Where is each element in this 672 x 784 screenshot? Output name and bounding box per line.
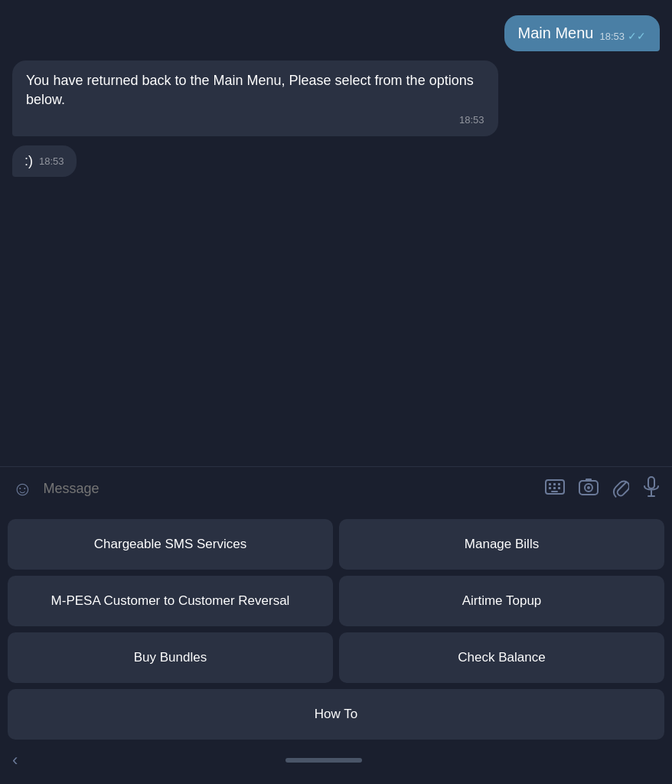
- btn-chargeable-sms[interactable]: Chargeable SMS Services: [8, 519, 333, 570]
- incoming-text-2: :): [24, 153, 33, 169]
- btn-mpesa-reversal[interactable]: M-PESA Customer to Customer Reversal: [8, 576, 333, 626]
- input-action-icons: [545, 476, 660, 502]
- svg-rect-6: [558, 487, 560, 489]
- btn-buy-bundles[interactable]: Buy Bundles: [8, 632, 333, 683]
- incoming-text-1: You have returned back to the Main Menu,…: [26, 71, 484, 109]
- svg-rect-4: [549, 487, 551, 489]
- input-bar: ☺: [0, 466, 672, 511]
- svg-rect-11: [586, 479, 592, 482]
- btn-check-balance[interactable]: Check Balance: [339, 632, 664, 683]
- quick-replies-grid: Chargeable SMS Services Manage Bills M-P…: [0, 511, 672, 740]
- microphone-icon[interactable]: [643, 476, 660, 502]
- outgoing-bubble: Main Menu 18:53 ✓✓: [504, 15, 660, 51]
- back-button[interactable]: ‹: [12, 750, 18, 770]
- outgoing-message: Main Menu 18:53 ✓✓: [12, 15, 660, 51]
- bottom-nav: ‹: [0, 740, 672, 784]
- home-indicator: [285, 758, 362, 763]
- camera-icon[interactable]: [579, 478, 599, 501]
- svg-rect-1: [549, 483, 551, 485]
- emoji-icon[interactable]: ☺: [12, 477, 33, 501]
- svg-rect-3: [558, 483, 560, 485]
- incoming-meta-1: 18:53: [459, 114, 484, 126]
- incoming-bubble-1: You have returned back to the Main Menu,…: [12, 60, 498, 136]
- read-receipt-icon: ✓✓: [628, 30, 646, 42]
- incoming-meta-2: 18:53: [39, 155, 64, 167]
- svg-rect-12: [648, 477, 654, 488]
- chat-area: Main Menu 18:53 ✓✓ You have returned bac…: [0, 0, 672, 466]
- message-input[interactable]: [44, 481, 534, 497]
- attachment-icon[interactable]: [612, 476, 629, 502]
- outgoing-text: Main Menu: [518, 24, 594, 42]
- svg-point-10: [587, 486, 590, 489]
- btn-manage-bills[interactable]: Manage Bills: [339, 519, 664, 570]
- incoming-message-2: :) 18:53: [12, 145, 660, 177]
- svg-rect-2: [553, 483, 556, 485]
- btn-how-to[interactable]: How To: [8, 689, 664, 740]
- btn-airtime-topup[interactable]: Airtime Topup: [339, 576, 664, 626]
- svg-rect-5: [553, 487, 556, 489]
- incoming-message-1: You have returned back to the Main Menu,…: [12, 60, 660, 136]
- incoming-bubble-2: :) 18:53: [12, 145, 77, 177]
- svg-rect-7: [551, 491, 558, 492]
- outgoing-meta: 18:53 ✓✓: [599, 30, 646, 42]
- keyboard-icon[interactable]: [545, 479, 565, 499]
